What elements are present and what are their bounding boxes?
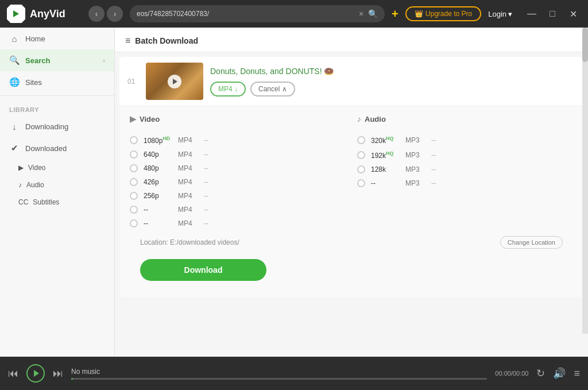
login-button[interactable]: Login ▾ xyxy=(488,10,512,18)
sidebar-item-search[interactable]: 🔍 Search › xyxy=(0,49,114,71)
video-col-label: Video xyxy=(140,115,160,123)
video-size-426: -- xyxy=(204,178,221,186)
player-prev-button[interactable]: ⏮ xyxy=(8,368,18,380)
audio-radio-320[interactable] xyxy=(357,136,365,144)
player-next-button[interactable]: ⏭ xyxy=(53,368,63,380)
player-volume-button[interactable]: 🔊 xyxy=(553,367,566,380)
chevron-down-icon: ▾ xyxy=(508,10,512,18)
video-format-row-na2: -- MP4 -- xyxy=(130,217,346,230)
video-res-na2: -- xyxy=(144,219,178,227)
audio-radio-na[interactable] xyxy=(357,179,365,187)
app-logo: AnyVid xyxy=(7,5,82,23)
video-radio-na2[interactable] xyxy=(130,219,138,227)
new-tab-button[interactable]: + xyxy=(392,7,399,21)
scrollbar-track[interactable] xyxy=(582,28,588,334)
crown-icon: 👑 xyxy=(415,10,423,18)
cancel-button[interactable]: Cancel ∧ xyxy=(250,82,295,96)
sidebar-video-label: Video xyxy=(28,164,45,172)
video-type-na1: MP4 xyxy=(178,206,204,214)
close-tab-icon[interactable]: × xyxy=(359,9,363,18)
player-play-button[interactable] xyxy=(26,364,45,383)
nav-arrows: ‹ › xyxy=(88,6,123,22)
main-layout: ⌂ Home 🔍 Search › 🌐 Sites Library ↓ Down… xyxy=(0,28,588,357)
download-button[interactable]: Download xyxy=(140,259,266,281)
scrollbar-thumb[interactable] xyxy=(582,28,588,62)
video-size-na2: -- xyxy=(204,219,221,227)
video-type-1080: MP4 xyxy=(178,136,204,144)
sidebar-downloaded-label: Downloaded xyxy=(25,144,67,153)
audio-res-192: 192kHQ xyxy=(371,150,405,160)
window-controls: — □ ✕ xyxy=(524,6,581,22)
mp4-button[interactable]: MP4 ↓ xyxy=(210,82,246,96)
minimize-button[interactable]: — xyxy=(524,6,540,22)
video-info: Donuts, Donuts, and DONUTS! 🍩 MP4 ↓ Canc… xyxy=(210,67,575,96)
audio-radio-192[interactable] xyxy=(357,151,365,159)
audio-radio-128[interactable] xyxy=(357,165,365,173)
forward-button[interactable]: › xyxy=(107,6,123,22)
video-type-na2: MP4 xyxy=(178,219,204,227)
video-size-480: -- xyxy=(204,164,221,172)
maximize-button[interactable]: □ xyxy=(544,6,560,22)
format-columns: ▶ Video 1080pHD MP4 -- 640p xyxy=(130,114,573,230)
audio-size-320: -- xyxy=(431,136,448,144)
close-button[interactable]: ✕ xyxy=(565,6,581,22)
audio-res-na: -- xyxy=(371,179,405,187)
audio-res-128: 128k xyxy=(371,165,405,173)
audio-col-label: Audio xyxy=(365,115,386,123)
video-res-na1: -- xyxy=(144,206,178,214)
upgrade-label: Upgrade to Pro xyxy=(425,10,472,18)
video-icon: ▶ xyxy=(18,164,24,172)
video-size-na1: -- xyxy=(204,206,221,214)
video-item: 01 Donuts, Donuts, and DONUTS! 🍩 MP4 ↓ xyxy=(119,57,583,297)
content-area: ≡ Batch Download 01 Donuts, Donuts, and … xyxy=(115,28,588,357)
video-format-col: ▶ Video 1080pHD MP4 -- 640p xyxy=(130,114,346,230)
location-bar: Location: E:/downloaded videos/ Change L… xyxy=(130,230,573,254)
video-radio-256[interactable] xyxy=(130,192,138,200)
audio-type-192: MP3 xyxy=(405,151,431,159)
sidebar-sites-label: Sites xyxy=(25,78,42,87)
login-label: Login xyxy=(488,10,506,18)
upgrade-button[interactable]: 👑 Upgrade to Pro xyxy=(405,6,481,21)
location-text: Location: E:/downloaded videos/ xyxy=(140,238,239,246)
audio-size-192: -- xyxy=(431,151,448,159)
cancel-label: Cancel ∧ xyxy=(258,85,287,93)
video-radio-na1[interactable] xyxy=(130,206,138,214)
back-button[interactable]: ‹ xyxy=(88,6,105,22)
sidebar-item-subtitles[interactable]: CC Subtitles xyxy=(0,194,114,211)
sidebar: ⌂ Home 🔍 Search › 🌐 Sites Library ↓ Down… xyxy=(0,28,115,357)
player-queue-button[interactable]: ≡ xyxy=(574,368,580,380)
download-btn-wrap: Download xyxy=(130,254,573,289)
video-format-row-256: 256p MP4 -- xyxy=(130,189,346,203)
audio-type-na: MP3 xyxy=(405,179,431,187)
address-bar: eos/748285702400783/ × 🔍 xyxy=(130,5,385,22)
globe-icon: 🌐 xyxy=(9,77,20,87)
audio-type-320: MP3 xyxy=(405,136,431,144)
video-radio-1080[interactable] xyxy=(130,136,138,144)
player-info: No music xyxy=(71,368,487,380)
audio-col-icon: ♪ xyxy=(357,114,361,123)
sidebar-item-home[interactable]: ⌂ Home xyxy=(0,28,114,49)
search-icon: 🔍 xyxy=(9,55,20,65)
audio-format-row-na: -- MP3 -- xyxy=(357,176,573,190)
video-radio-426[interactable] xyxy=(130,178,138,186)
sidebar-item-downloading[interactable]: ↓ Downloading xyxy=(0,115,114,137)
video-res-640: 640p xyxy=(144,150,178,159)
video-type-256: MP4 xyxy=(178,192,204,200)
audio-type-128: MP3 xyxy=(405,165,431,173)
video-header: 01 Donuts, Donuts, and DONUTS! 🍩 MP4 ↓ xyxy=(119,57,583,106)
change-location-button[interactable]: Change Location xyxy=(500,236,563,249)
video-col-header: ▶ Video xyxy=(130,114,346,126)
video-size-640: -- xyxy=(204,150,221,159)
sidebar-item-audio[interactable]: ♪ Audio xyxy=(0,176,114,194)
sidebar-item-sites[interactable]: 🌐 Sites xyxy=(0,71,114,93)
sidebar-item-downloaded[interactable]: ✔ Downloaded xyxy=(0,137,114,159)
video-radio-480[interactable] xyxy=(130,164,138,172)
video-radio-640[interactable] xyxy=(130,150,138,159)
audio-res-320: 320kHQ xyxy=(371,136,405,145)
player-progress-bar[interactable] xyxy=(71,378,487,380)
search-icon[interactable]: 🔍 xyxy=(368,9,378,18)
sidebar-item-video[interactable]: ▶ Video xyxy=(0,159,114,176)
subtitles-icon: CC xyxy=(18,198,28,206)
audio-format-row-192: 192kHQ MP3 -- xyxy=(357,148,573,163)
player-repeat-button[interactable]: ↻ xyxy=(536,367,545,380)
